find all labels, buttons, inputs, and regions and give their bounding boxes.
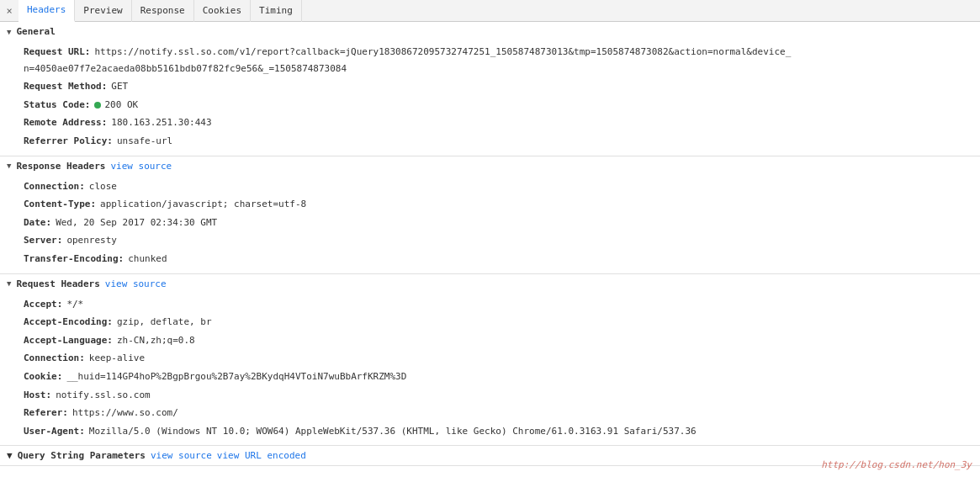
request-url-value: https://notify.ssl.so.com/v1/report?call…	[91, 45, 791, 60]
content-type-row: Content-Type application/javascript; cha…	[0, 195, 980, 214]
host-value: notify.ssl.so.com	[52, 388, 151, 403]
accept-value: */*	[63, 297, 83, 312]
req-connection-value: keep-alive	[86, 351, 145, 366]
request-method-label: Request Method	[24, 79, 107, 94]
req-connection-row: Connection keep-alive	[0, 349, 980, 368]
date-label: Date	[24, 215, 51, 231]
request-method-value: GET	[108, 79, 128, 94]
content-area: ▼ General Request URL https://notify.ssl…	[0, 22, 980, 477]
cookie-label: Cookie	[24, 369, 62, 384]
accept-language-row: Accept-Language zh-CN,zh;q=0.8	[0, 331, 980, 350]
connection-label: Connection	[24, 179, 85, 194]
tab-headers[interactable]: Headers	[19, 0, 75, 22]
remote-address-value: 180.163.251.30:443	[108, 115, 211, 130]
host-label: Host	[24, 388, 51, 403]
server-label: Server	[24, 233, 62, 248]
status-code-row: Status Code 200 OK	[0, 96, 980, 114]
accept-label: Accept	[24, 297, 62, 312]
status-dot-icon	[94, 102, 101, 109]
tab-bar: × Headers Preview Response Cookies Timin…	[0, 0, 980, 22]
remote-address-label: Remote Address	[24, 115, 107, 130]
accept-encoding-label: Accept-Encoding	[24, 315, 113, 330]
response-view-source-link[interactable]: view source	[110, 161, 172, 172]
accept-encoding-value: gzip, deflate, br	[114, 315, 212, 330]
request-headers-title: Request Headers	[16, 278, 99, 289]
request-url-label: Request URL	[24, 45, 90, 60]
request-headers-section: ▼ Request Headers view source Accept */*…	[0, 274, 980, 447]
accept-language-label: Accept-Language	[24, 333, 113, 348]
accept-encoding-row: Accept-Encoding gzip, deflate, br	[0, 313, 980, 331]
connection-row: Connection close	[0, 178, 980, 196]
cookie-value: __huid=114GP4hoP%2BgpBrgou%2B7ay%2BKydqH…	[63, 369, 406, 384]
server-row: Server openresty	[0, 231, 980, 250]
referrer-policy-value: unsafe-url	[114, 134, 172, 149]
triangle-icon: ▼	[7, 28, 11, 36]
accept-language-value: zh-CN,zh;q=0.8	[114, 333, 195, 348]
connection-value: close	[86, 179, 117, 194]
request-headers-content: Accept */* Accept-Encoding gzip, deflate…	[0, 294, 980, 446]
query-string-title: Query String Parameters	[18, 450, 146, 461]
transfer-encoding-value: chunked	[124, 252, 167, 267]
referrer-policy-label: Referrer Policy	[24, 134, 113, 149]
content-type-label: Content-Type	[24, 197, 96, 212]
tab-response[interactable]: Response	[132, 0, 194, 22]
host-row: Host notify.ssl.so.com	[0, 386, 980, 405]
referrer-policy-row: Referrer Policy unsafe-url	[0, 132, 980, 151]
user-agent-row: User-Agent Mozilla/5.0 (Windows NT 10.0;…	[0, 422, 980, 441]
tab-preview[interactable]: Preview	[75, 0, 131, 22]
request-url-row: Request URL https://notify.ssl.so.com/v1…	[0, 43, 980, 61]
general-section-header[interactable]: ▼ General	[0, 22, 980, 41]
referer-row: Referer https://www.so.com/	[0, 404, 980, 422]
qs-view-url-encoded-link[interactable]: view URL encoded	[217, 450, 306, 461]
date-value: Wed, 20 Sep 2017 02:34:30 GMT	[52, 215, 217, 231]
response-headers-content: Connection close Content-Type applicatio…	[0, 176, 980, 273]
general-title: General	[16, 26, 55, 37]
request-url-continuation: n=4050ae07f7e2acaeda08bb5161bdb07f82fc9e…	[0, 61, 980, 78]
general-section-content: Request URL https://notify.ssl.so.com/v1…	[0, 41, 980, 156]
referer-value: https://www.so.com/	[69, 405, 178, 421]
cookie-row: Cookie __huid=114GP4hoP%2BgpBrgou%2B7ay%…	[0, 368, 980, 386]
close-icon[interactable]: ×	[3, 5, 15, 17]
request-method-row: Request Method GET	[0, 77, 980, 96]
response-headers-section-header[interactable]: ▼ Response Headers view source	[0, 156, 980, 176]
req-connection-label: Connection	[24, 351, 85, 366]
status-code-label: Status Code	[24, 98, 90, 113]
triangle-icon: ▼	[7, 279, 11, 288]
request-view-source-link[interactable]: view source	[105, 278, 167, 289]
general-section: ▼ General Request URL https://notify.ssl…	[0, 22, 980, 156]
remote-address-row: Remote Address 180.163.251.30:443	[0, 114, 980, 132]
user-agent-value: Mozilla/5.0 (Windows NT 10.0; WOW64) App…	[86, 424, 697, 439]
transfer-encoding-row: Transfer-Encoding chunked	[0, 250, 980, 268]
user-agent-label: User-Agent	[24, 424, 85, 439]
triangle-icon: ▼	[7, 450, 13, 461]
date-row: Date Wed, 20 Sep 2017 02:34:30 GMT	[0, 214, 980, 232]
referer-label: Referer	[24, 405, 68, 421]
request-headers-section-header[interactable]: ▼ Request Headers view source	[0, 274, 980, 294]
accept-row: Accept */*	[0, 295, 980, 314]
tab-timing[interactable]: Timing	[251, 0, 302, 22]
tab-cookies[interactable]: Cookies	[194, 0, 251, 22]
response-headers-section: ▼ Response Headers view source Connectio…	[0, 156, 980, 274]
status-code-value: 200 OK	[91, 98, 138, 113]
qs-view-source-link[interactable]: view source	[151, 450, 212, 461]
watermark: http://blog.csdn.net/hon_3y	[821, 459, 972, 470]
content-type-value: application/javascript; charset=utf-8	[97, 197, 306, 212]
response-headers-title: Response Headers	[16, 161, 105, 172]
triangle-icon: ▼	[7, 162, 11, 170]
transfer-encoding-label: Transfer-Encoding	[24, 252, 124, 267]
server-value: openresty	[63, 233, 117, 248]
